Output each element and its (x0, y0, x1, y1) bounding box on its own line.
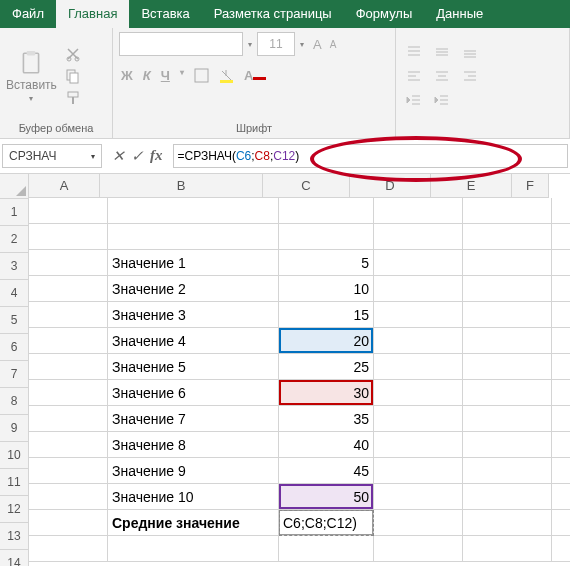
format-painter-icon[interactable] (63, 89, 83, 107)
underline-button[interactable]: Ч (161, 68, 170, 83)
cell[interactable] (374, 328, 463, 354)
cell[interactable] (29, 380, 108, 406)
cell[interactable] (374, 432, 463, 458)
cell[interactable] (552, 328, 570, 354)
row-header[interactable]: 12 (0, 496, 29, 523)
row-header[interactable]: 2 (0, 226, 29, 253)
row-header[interactable]: 6 (0, 334, 29, 361)
cell[interactable] (29, 536, 108, 562)
cell[interactable] (463, 458, 552, 484)
row-header[interactable]: 10 (0, 442, 29, 469)
cell[interactable] (29, 406, 108, 432)
tab-formulas[interactable]: Формулы (344, 0, 425, 28)
increase-font-icon[interactable]: A (309, 37, 326, 52)
cell[interactable] (29, 250, 108, 276)
cell[interactable] (552, 536, 570, 562)
cell[interactable] (552, 406, 570, 432)
row-header[interactable]: 1 (0, 199, 29, 226)
cell[interactable] (374, 276, 463, 302)
cell[interactable] (552, 354, 570, 380)
cell[interactable] (29, 328, 108, 354)
col-header[interactable]: D (350, 174, 431, 198)
row-header[interactable]: 4 (0, 280, 29, 307)
cell[interactable] (279, 536, 374, 562)
cell[interactable] (463, 276, 552, 302)
cell[interactable] (463, 250, 552, 276)
cell[interactable]: Значение 7 (108, 406, 279, 432)
cell[interactable]: Значение 6 (108, 380, 279, 406)
row-header[interactable]: 9 (0, 415, 29, 442)
align-middle-icon[interactable] (430, 42, 454, 62)
row-header[interactable]: 14 (0, 550, 29, 566)
cell[interactable] (463, 198, 552, 224)
fx-icon[interactable]: fx (150, 147, 163, 165)
cell[interactable]: 40 (279, 432, 374, 458)
font-color-icon[interactable]: A (244, 68, 266, 83)
chevron-down-icon[interactable]: ▾ (245, 33, 255, 55)
row-header[interactable]: 3 (0, 253, 29, 280)
row-header[interactable]: 5 (0, 307, 29, 334)
cell[interactable] (552, 432, 570, 458)
decrease-font-icon[interactable]: A (328, 39, 339, 50)
tab-home[interactable]: Главная (56, 0, 129, 28)
paste-button[interactable]: Вставить ▾ (6, 50, 57, 103)
cell[interactable] (552, 276, 570, 302)
cell[interactable] (29, 432, 108, 458)
italic-button[interactable]: К (143, 68, 151, 83)
cell[interactable] (29, 458, 108, 484)
cell[interactable] (463, 484, 552, 510)
row-header[interactable]: 11 (0, 469, 29, 496)
cell[interactable] (29, 276, 108, 302)
cell[interactable]: Средние значение (108, 510, 279, 536)
cell[interactable] (463, 406, 552, 432)
cell[interactable]: 5 (279, 250, 374, 276)
cell[interactable] (463, 432, 552, 458)
cell[interactable] (463, 224, 552, 250)
decrease-indent-icon[interactable] (402, 90, 426, 110)
tab-layout[interactable]: Разметка страницы (202, 0, 344, 28)
cell[interactable] (108, 536, 279, 562)
cell[interactable] (552, 458, 570, 484)
cell[interactable] (552, 198, 570, 224)
tab-data[interactable]: Данные (424, 0, 495, 28)
cell[interactable] (374, 510, 463, 536)
col-header[interactable]: C (263, 174, 350, 198)
cell[interactable] (29, 224, 108, 250)
col-header[interactable]: E (431, 174, 512, 198)
cell[interactable] (552, 224, 570, 250)
cell[interactable] (29, 198, 108, 224)
cell[interactable]: 15 (279, 302, 374, 328)
cell[interactable]: 10 (279, 276, 374, 302)
cancel-formula-icon[interactable]: ✕ (112, 147, 125, 165)
cell-ref-c8[interactable]: 30 (279, 380, 374, 406)
copy-icon[interactable] (63, 67, 83, 85)
cell[interactable] (29, 510, 108, 536)
cell[interactable] (463, 328, 552, 354)
row-header[interactable]: 8 (0, 388, 29, 415)
cell[interactable] (374, 406, 463, 432)
cell[interactable] (374, 224, 463, 250)
row-header[interactable]: 7 (0, 361, 29, 388)
cell[interactable] (463, 354, 552, 380)
enter-formula-icon[interactable]: ✓ (131, 147, 144, 165)
col-header[interactable]: F (512, 174, 549, 198)
cell[interactable]: Значение 1 (108, 250, 279, 276)
cell[interactable]: 45 (279, 458, 374, 484)
cell[interactable]: Значение 10 (108, 484, 279, 510)
formula-input[interactable]: =СРЗНАЧ(C6;C8;C12) (173, 144, 569, 168)
cell[interactable]: 25 (279, 354, 374, 380)
tab-file[interactable]: Файл (0, 0, 56, 28)
cell[interactable] (374, 484, 463, 510)
cell[interactable] (374, 250, 463, 276)
cell[interactable] (374, 458, 463, 484)
cell[interactable] (463, 510, 552, 536)
font-name-select[interactable] (119, 32, 243, 56)
cell[interactable] (29, 302, 108, 328)
cell[interactable] (279, 224, 374, 250)
font-size-select[interactable]: 11 (257, 32, 295, 56)
borders-icon[interactable] (194, 68, 209, 83)
cell[interactable] (463, 380, 552, 406)
col-header[interactable]: A (29, 174, 100, 198)
align-center-icon[interactable] (430, 66, 454, 86)
cell[interactable] (374, 380, 463, 406)
